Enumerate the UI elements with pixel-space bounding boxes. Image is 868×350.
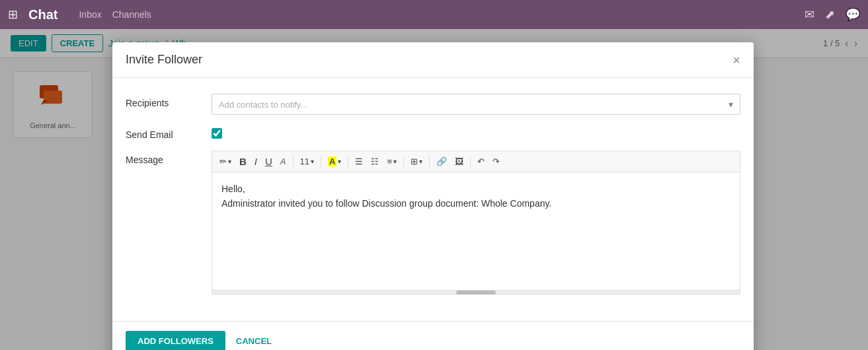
recipients-label: Recipients: [126, 94, 212, 108]
toolbar-separator-3: [348, 156, 348, 168]
redo-icon: ↷: [493, 157, 500, 166]
editor-scrollbar-thumb: [456, 291, 496, 295]
message-editor: ✏ ▾ B I U A: [212, 151, 740, 295]
italic-button[interactable]: I: [251, 154, 260, 169]
add-followers-button[interactable]: ADD FOLLOWERS: [126, 331, 225, 350]
toolbar-separator-4: [403, 156, 404, 168]
message-row: Message ✏ ▾ B I: [126, 151, 740, 295]
italic-label: I: [255, 156, 257, 167]
link-button[interactable]: 🔗: [433, 155, 450, 168]
align-caret-icon: ▾: [393, 158, 397, 165]
grid-icon[interactable]: ⊞: [8, 7, 18, 22]
bold-label: B: [239, 156, 247, 167]
highlight-button[interactable]: A ▾: [325, 155, 344, 168]
font-size-caret-icon: ▾: [311, 158, 314, 165]
editor-content-area[interactable]: Hello, Administrator invited you to foll…: [212, 172, 740, 291]
text-color-icon: A: [280, 157, 286, 166]
align-button[interactable]: ≡ ▾: [383, 155, 400, 168]
nav-icons: ✉ ⬈ 💬: [805, 7, 860, 22]
modal-body: Recipients Add contacts to notify... ▾ S…: [112, 78, 754, 321]
top-navigation: ⊞ Chat Inbox Channels ✉ ⬈ 💬: [0, 0, 868, 29]
underline-button[interactable]: U: [262, 154, 276, 169]
modal-footer: ADD FOLLOWERS CANCEL: [112, 321, 754, 350]
editor-toolbar: ✏ ▾ B I U A: [212, 151, 740, 172]
pen-icon: ✏: [219, 157, 227, 166]
text-color-button[interactable]: A: [277, 155, 290, 168]
chat-icon[interactable]: 💬: [846, 7, 860, 22]
underline-label: U: [265, 156, 272, 167]
bold-button[interactable]: B: [236, 154, 250, 169]
recipients-row: Recipients Add contacts to notify... ▾: [126, 94, 740, 115]
link-icon: 🔗: [436, 157, 447, 166]
modal-close-button[interactable]: ×: [732, 53, 740, 67]
ul-icon: ☰: [355, 157, 363, 166]
recipients-placeholder: Add contacts to notify...: [219, 100, 307, 110]
font-size-button[interactable]: 11 ▾: [297, 155, 317, 168]
send-email-label: Send Email: [126, 125, 212, 140]
recipients-control: Add contacts to notify... ▾: [212, 94, 740, 115]
font-size-label: 11: [300, 157, 309, 166]
undo-icon: ↶: [477, 157, 485, 166]
align-icon: ≡: [387, 157, 392, 166]
message-label: Message: [126, 151, 212, 165]
login-icon[interactable]: ⬈: [825, 7, 835, 22]
dropdown-arrow-icon: ▾: [729, 99, 733, 110]
editor-line-1: Hello,: [221, 182, 730, 196]
image-icon: 🖼: [455, 157, 463, 166]
highlight-icon: A: [328, 157, 336, 166]
pen-tool-button[interactable]: ✏ ▾: [216, 155, 235, 168]
ordered-list-button[interactable]: ☷: [368, 155, 382, 168]
highlight-caret-icon: ▾: [338, 158, 341, 165]
nav-channels[interactable]: Channels: [112, 9, 151, 20]
ol-icon: ☷: [371, 157, 379, 166]
table-icon: ⊞: [411, 157, 418, 166]
send-email-row: Send Email: [126, 125, 740, 140]
mail-icon[interactable]: ✉: [805, 7, 814, 22]
modal-header: Invite Follower ×: [112, 42, 754, 78]
table-button[interactable]: ⊞ ▾: [407, 155, 426, 168]
unordered-list-button[interactable]: ☰: [352, 155, 366, 168]
toolbar-separator-5: [429, 156, 430, 168]
toolbar-separator-6: [470, 156, 471, 168]
page-background: EDIT CREATE Join a group / Wh... 1 / 5 ‹…: [0, 29, 868, 350]
image-button[interactable]: 🖼: [452, 155, 467, 168]
toolbar-separator-1: [293, 156, 294, 168]
app-title: Chat: [28, 7, 58, 22]
recipients-input[interactable]: Add contacts to notify... ▾: [212, 94, 740, 115]
send-email-control: [212, 125, 740, 139]
table-caret-icon: ▾: [419, 158, 422, 165]
toolbar-separator-2: [321, 156, 321, 168]
modal-title: Invite Follower: [126, 53, 202, 67]
editor-scrollbar[interactable]: [212, 291, 740, 295]
nav-inbox[interactable]: Inbox: [79, 9, 101, 20]
editor-line-2: Administrator invited you to follow Disc…: [221, 196, 730, 211]
pen-caret-icon: ▾: [228, 158, 231, 165]
redo-button[interactable]: ↷: [489, 155, 503, 168]
cancel-button[interactable]: CANCEL: [233, 331, 274, 350]
undo-button[interactable]: ↶: [474, 155, 488, 168]
invite-follower-modal: Invite Follower × Recipients Add contact…: [112, 42, 754, 350]
send-email-checkbox[interactable]: [212, 128, 222, 139]
